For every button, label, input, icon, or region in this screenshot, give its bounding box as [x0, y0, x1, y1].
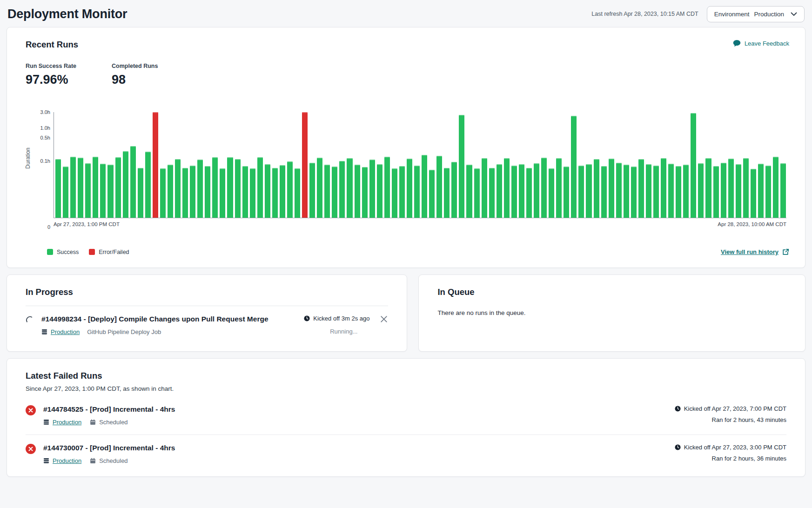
chart-bar-error[interactable] [153, 112, 158, 218]
chart-bar-success[interactable] [347, 158, 352, 218]
chart-bar-success[interactable] [384, 157, 390, 218]
chart-bar-success[interactable] [85, 163, 91, 218]
chart-bar-success[interactable] [705, 158, 711, 218]
chart-bar-success[interactable] [765, 166, 771, 218]
chart-bar-success[interactable] [175, 159, 181, 218]
chart-bar-success[interactable] [526, 168, 532, 218]
chart-bar-success[interactable] [138, 168, 143, 218]
chart-bar-success[interactable] [436, 156, 442, 218]
chart-bar-success[interactable] [609, 159, 614, 218]
leave-feedback-link[interactable]: Leave Feedback [733, 40, 789, 47]
chart-bar-success[interactable] [317, 158, 322, 218]
chart-bar-success[interactable] [55, 159, 61, 218]
chart-bar-success[interactable] [451, 162, 457, 218]
chart-bar-success[interactable] [504, 158, 510, 218]
chart-bar-success[interactable] [257, 157, 263, 218]
chart-bar-success[interactable] [295, 168, 300, 218]
chart-bar-success[interactable] [78, 158, 83, 218]
chart-bar-success[interactable] [556, 158, 562, 218]
chart-bar-success[interactable] [107, 165, 113, 218]
chart-bar-success[interactable] [713, 166, 719, 218]
chart-bar-success[interactable] [100, 164, 106, 218]
chart-bar-success[interactable] [743, 158, 749, 218]
chart-bar-success[interactable] [280, 165, 285, 218]
chart-bar-success[interactable] [272, 168, 278, 218]
chart-bar-success[interactable] [489, 168, 495, 218]
chart-bar-success[interactable] [624, 165, 629, 218]
chart-bar-success[interactable] [482, 158, 487, 218]
chart-bar-success[interactable] [459, 115, 464, 218]
chart-bar-success[interactable] [751, 169, 756, 218]
chart-bar-success[interactable] [355, 165, 360, 218]
chart-bar-success[interactable] [653, 166, 659, 218]
chart-bar-success[interactable] [638, 159, 644, 218]
chart-bar-success[interactable] [339, 161, 345, 218]
chart-bar-success[interactable] [93, 157, 98, 218]
chart-bar-success[interactable] [594, 159, 599, 218]
chart-bar-success[interactable] [668, 164, 674, 218]
chart-bar-success[interactable] [586, 164, 591, 218]
chart-bar-success[interactable] [63, 167, 68, 218]
chart-bar-success[interactable] [242, 166, 248, 218]
chart-bar-success[interactable] [422, 155, 427, 218]
chart-bar-success[interactable] [287, 161, 293, 218]
chart-bar-success[interactable] [392, 168, 397, 218]
chart-bar-success[interactable] [324, 165, 330, 218]
chart-bar-success[interactable] [691, 113, 696, 218]
chart-bar-success[interactable] [235, 159, 241, 218]
chart-bar-success[interactable] [220, 168, 225, 218]
chart-bar-success[interactable] [519, 164, 524, 218]
chart-bar-success[interactable] [115, 157, 121, 218]
chart-bar-success[interactable] [721, 163, 726, 218]
chart-bar-success[interactable] [661, 158, 666, 218]
chart-bar-success[interactable] [780, 163, 786, 218]
environment-dropdown[interactable]: Environment Production [707, 6, 805, 22]
chart-bar-success[interactable] [414, 166, 420, 218]
chart-bar-success[interactable] [362, 167, 368, 218]
chart-bar-success[interactable] [549, 168, 554, 218]
chart-bar-success[interactable] [265, 164, 270, 218]
chart-bar-success[interactable] [631, 167, 637, 218]
chart-bar-success[interactable] [676, 166, 681, 218]
chart-bar-success[interactable] [601, 166, 607, 218]
chart-bar-success[interactable] [145, 152, 151, 218]
chart-bar-success[interactable] [698, 163, 704, 218]
chart-bar-success[interactable] [736, 164, 741, 218]
chart-bar-success[interactable] [168, 165, 173, 218]
environment-link[interactable]: Production [51, 328, 80, 335]
chart-bar-success[interactable] [728, 159, 734, 218]
chart-bar-error[interactable] [302, 112, 308, 218]
chart-bar-success[interactable] [227, 157, 233, 218]
environment-link[interactable]: Production [53, 457, 81, 464]
chart-bar-success[interactable] [474, 168, 480, 218]
chart-bar-success[interactable] [541, 158, 547, 218]
environment-link[interactable]: Production [53, 419, 81, 426]
chart-bar-success[interactable] [399, 166, 405, 218]
chart-bar-success[interactable] [309, 163, 315, 218]
chart-bar-success[interactable] [369, 160, 375, 218]
chart-bar-success[interactable] [407, 159, 412, 218]
chart-bar-success[interactable] [616, 163, 622, 218]
chart-bar-success[interactable] [377, 164, 383, 218]
close-icon[interactable] [380, 315, 388, 323]
chart-bar-success[interactable] [773, 157, 778, 218]
chart-bar-success[interactable] [123, 151, 128, 218]
chart-bar-success[interactable] [429, 170, 435, 218]
chart-bar-success[interactable] [497, 164, 502, 218]
chart-bar-success[interactable] [190, 166, 195, 218]
chart-bar-success[interactable] [758, 164, 764, 218]
chart-bar-success[interactable] [70, 157, 76, 218]
chart-bar-success[interactable] [130, 146, 136, 218]
chart-bar-success[interactable] [205, 166, 210, 218]
chart-bar-success[interactable] [511, 166, 517, 218]
chart-bar-success[interactable] [212, 157, 218, 218]
chart-bar-success[interactable] [332, 167, 337, 218]
chart-bar-success[interactable] [444, 168, 450, 218]
chart-bar-success[interactable] [250, 168, 255, 218]
chart-bar-success[interactable] [466, 165, 472, 218]
chart-bar-success[interactable] [571, 116, 577, 218]
chart-bar-success[interactable] [578, 166, 584, 218]
chart-bar-success[interactable] [534, 163, 539, 218]
chart-bar-success[interactable] [160, 168, 166, 218]
view-full-run-history-link[interactable]: View full run history [721, 248, 789, 255]
